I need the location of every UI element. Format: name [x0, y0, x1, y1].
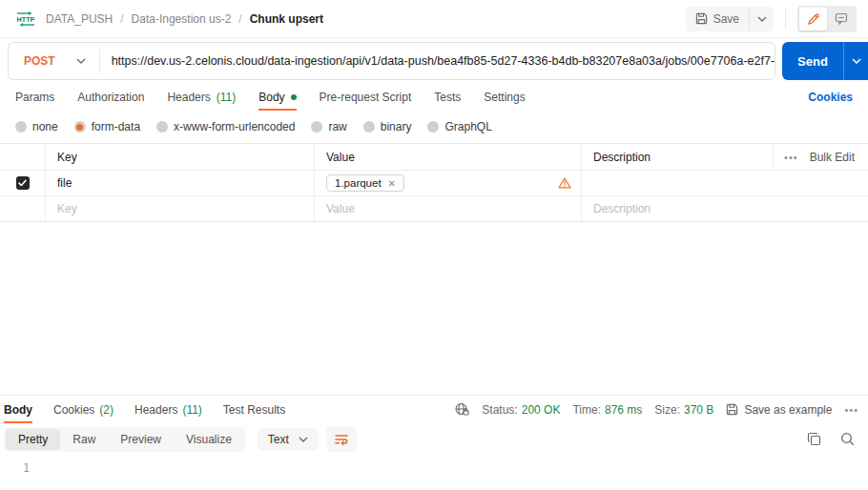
form-data-table: Key Value Description ••• Bulk Edit file…: [0, 143, 868, 222]
cookies-link[interactable]: Cookies: [808, 91, 853, 104]
request-header-bar: HTTP DATA_PUSH / Data-Ingestion us-2 / C…: [0, 0, 868, 38]
breadcrumb-folder[interactable]: Data-Ingestion us-2: [132, 12, 232, 26]
tab-label: Settings: [484, 91, 525, 104]
mode-label: raw: [328, 120, 346, 133]
tab-label: Body: [4, 403, 32, 417]
view-raw[interactable]: Raw: [60, 429, 108, 450]
value-input-placeholder[interactable]: Value: [315, 196, 582, 221]
chevron-down-icon: [299, 437, 308, 442]
select-all-cell: [0, 144, 46, 170]
method-selector[interactable]: POST: [9, 54, 99, 68]
pencil-icon: [807, 12, 820, 26]
column-header-description: Description: [582, 144, 773, 170]
response-tab-body[interactable]: Body: [4, 396, 32, 423]
tab-settings[interactable]: Settings: [484, 84, 525, 111]
tab-label: Body: [258, 91, 284, 104]
wrap-lines-button[interactable]: [326, 426, 357, 452]
radio-icon: [311, 121, 322, 133]
response-body-editor[interactable]: 1: [0, 455, 868, 490]
save-options-chevron-icon[interactable]: [749, 7, 774, 31]
url-container: POST https://dev.us-2.celonis.cloud/data…: [8, 42, 775, 80]
file-chip-label: 1.parquet: [335, 177, 382, 189]
breadcrumb-collection[interactable]: DATA_PUSH: [46, 12, 113, 26]
view-visualize[interactable]: Visualize: [174, 429, 244, 450]
save-button[interactable]: Save: [686, 7, 749, 31]
url-bar-row: POST https://dev.us-2.celonis.cloud/data…: [0, 38, 868, 84]
response-toolbar: Pretty Raw Preview Visualize Text: [0, 423, 868, 455]
value-cell[interactable]: 1.parquet ✕: [315, 171, 582, 195]
mode-form-data[interactable]: form-data: [74, 120, 140, 133]
comments-button[interactable]: [827, 8, 855, 31]
radio-icon: [15, 121, 27, 133]
size-value: 370 B: [684, 403, 713, 417]
line-number: 1: [23, 461, 30, 475]
mode-none[interactable]: none: [15, 120, 58, 133]
response-view-switcher: Pretty Raw Preview Visualize: [4, 427, 246, 452]
tab-label: Tests: [434, 91, 461, 104]
save-as-example-button[interactable]: Save as example: [726, 403, 832, 417]
edit-mode-button[interactable]: [799, 8, 827, 31]
table-options-menu-icon[interactable]: •••: [784, 152, 798, 163]
response-tab-test-results[interactable]: Test Results: [223, 396, 285, 423]
search-response-button[interactable]: [840, 432, 855, 446]
wrap-lines-icon: [334, 433, 349, 446]
file-chip: 1.parquet ✕: [326, 174, 404, 192]
send-button[interactable]: Send: [782, 42, 868, 80]
comment-icon: [835, 12, 848, 25]
size-badge: Size: 370 B: [654, 403, 713, 417]
view-pretty[interactable]: Pretty: [6, 429, 60, 450]
send-options-chevron-icon[interactable]: [843, 42, 868, 80]
response-tab-cookies[interactable]: Cookies (2): [53, 396, 114, 423]
save-button-label: Save: [713, 12, 739, 26]
bulk-edit-button[interactable]: Bulk Edit: [810, 151, 855, 164]
view-preview[interactable]: Preview: [108, 429, 174, 450]
tab-tests[interactable]: Tests: [434, 84, 461, 111]
headers-count-badge: (11): [217, 91, 236, 104]
column-header-value: Value: [315, 144, 582, 170]
key-input-placeholder[interactable]: Key: [46, 196, 315, 221]
check-icon: [18, 179, 27, 187]
tab-label: Cookies: [53, 403, 94, 417]
response-options-menu-icon[interactable]: •••: [844, 404, 858, 416]
tab-label: Pre-request Script: [320, 91, 412, 104]
response-tab-headers[interactable]: Headers (11): [134, 396, 202, 423]
tab-body[interactable]: Body: [258, 84, 296, 111]
mode-label: x-www-form-urlencoded: [174, 120, 295, 133]
mode-label: form-data: [92, 120, 140, 133]
mode-label: binary: [381, 120, 412, 133]
mode-binary[interactable]: binary: [363, 120, 412, 133]
mode-x-www-form-urlencoded[interactable]: x-www-form-urlencoded: [156, 120, 295, 133]
tab-params[interactable]: Params: [15, 84, 54, 111]
mode-raw[interactable]: raw: [311, 120, 346, 133]
mode-graphql[interactable]: GraphQL: [427, 120, 491, 133]
warning-icon: [558, 177, 571, 190]
response-toolbar-actions: [807, 432, 855, 446]
tab-headers[interactable]: Headers (11): [167, 84, 236, 111]
description-input-placeholder[interactable]: Description: [582, 196, 868, 221]
tab-authorization[interactable]: Authorization: [77, 84, 144, 111]
time-badge: Time: 876 ms: [572, 403, 642, 417]
radio-selected-icon: [74, 121, 86, 133]
url-input[interactable]: https://dev.us-2.celonis.cloud/data-inge…: [100, 54, 775, 68]
tab-pre-request-script[interactable]: Pre-request Script: [320, 84, 412, 111]
time-value: 876 ms: [605, 403, 642, 417]
description-cell[interactable]: [582, 171, 868, 195]
row-checkbox-checked[interactable]: [16, 176, 30, 190]
search-icon: [840, 432, 855, 446]
body-mode-selector: none form-data x-www-form-urlencoded raw…: [0, 111, 868, 143]
mode-label: none: [32, 120, 58, 133]
svg-text:HTTP: HTTP: [17, 15, 35, 24]
copy-icon: [807, 432, 821, 446]
request-tabs: Params Authorization Headers (11) Body P…: [0, 84, 868, 111]
format-dropdown[interactable]: Text: [258, 428, 319, 451]
radio-icon: [363, 121, 375, 133]
copy-response-button[interactable]: [807, 432, 821, 446]
chevron-down-icon: [76, 58, 86, 64]
network-globe-icon[interactable]: [454, 402, 469, 417]
content-spacer: [0, 222, 868, 395]
table-header-row: Key Value Description ••• Bulk Edit: [0, 144, 868, 170]
key-cell[interactable]: file: [46, 171, 315, 195]
remove-file-icon[interactable]: ✕: [388, 178, 396, 189]
breadcrumb-request-name[interactable]: Chunk upsert: [250, 12, 323, 26]
save-as-example-label: Save as example: [744, 403, 832, 417]
